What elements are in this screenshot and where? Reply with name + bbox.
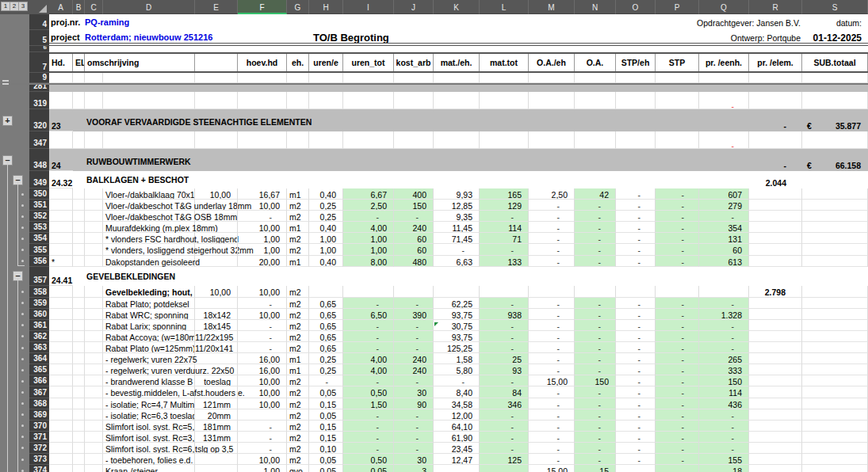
cell-L370[interactable]: - bbox=[480, 421, 529, 432]
cell-H372[interactable]: 0,10 bbox=[309, 443, 343, 454]
cell-F319[interactable] bbox=[238, 92, 287, 109]
cell-C9[interactable] bbox=[85, 73, 103, 83]
cell-D9[interactable] bbox=[103, 73, 195, 83]
cell-M370[interactable]: - bbox=[529, 421, 575, 432]
cell-S359[interactable] bbox=[802, 298, 868, 309]
row-header-374[interactable]: 374 bbox=[29, 465, 49, 472]
cell-J361[interactable]: - bbox=[394, 320, 434, 331]
cell-Q369[interactable]: - bbox=[699, 409, 749, 421]
cell-B362[interactable] bbox=[73, 331, 85, 342]
cell-B365[interactable] bbox=[73, 364, 85, 375]
row-header-360[interactable]: 360 bbox=[29, 309, 49, 320]
cell-S363[interactable] bbox=[802, 342, 868, 353]
cell-P360[interactable]: - bbox=[656, 309, 699, 320]
cell-G362[interactable]: m2 bbox=[287, 331, 309, 342]
cell-F352[interactable]: - bbox=[238, 211, 287, 222]
cell-F365[interactable]: 16,00 bbox=[238, 364, 287, 375]
cell-N368[interactable]: - bbox=[575, 398, 616, 409]
cell-H351[interactable]: 0,25 bbox=[309, 200, 343, 211]
cell-N366[interactable]: 150 bbox=[575, 375, 616, 386]
cell-B367[interactable] bbox=[73, 386, 85, 398]
cell-R362[interactable] bbox=[749, 331, 802, 342]
cell-S365[interactable] bbox=[802, 364, 868, 375]
collapse-group-button[interactable]: – bbox=[2, 155, 13, 166]
cell-E367[interactable] bbox=[195, 386, 238, 398]
cell-G354[interactable]: m2 bbox=[287, 233, 309, 244]
header-cell-k[interactable]: mat./eh. bbox=[434, 52, 480, 73]
cell-I373[interactable]: 0,50 bbox=[343, 454, 394, 465]
cell-S364[interactable] bbox=[802, 353, 868, 364]
cell-K371[interactable]: 61,90 bbox=[434, 432, 480, 443]
cell-F358[interactable]: 10,00 bbox=[238, 286, 287, 298]
cell-L360[interactable]: 938 bbox=[480, 309, 529, 320]
col-header-L[interactable]: L bbox=[480, 0, 529, 14]
cell-A359[interactable] bbox=[49, 298, 73, 309]
cell-L369[interactable]: - bbox=[480, 409, 529, 421]
cell-H370[interactable]: 0,15 bbox=[309, 421, 343, 432]
cell-I9[interactable] bbox=[343, 73, 394, 83]
cell-I368[interactable]: 1,50 bbox=[343, 398, 394, 409]
cell-A351[interactable] bbox=[49, 200, 73, 211]
header-cell-o[interactable]: STP/eh bbox=[616, 52, 656, 73]
cell-J350[interactable]: 400 bbox=[394, 188, 434, 200]
cell-Q354[interactable]: 131 bbox=[699, 233, 749, 244]
cell-P370[interactable]: - bbox=[656, 421, 699, 432]
row-header-320[interactable]: 320 bbox=[29, 109, 49, 131]
cell-G373[interactable]: m2 bbox=[287, 454, 309, 465]
cell-B9[interactable] bbox=[73, 73, 85, 83]
cell-E358[interactable]: 10,00 bbox=[195, 286, 238, 298]
cell-D369[interactable]: - isolatie; Rc=6,3 toeslag bbox=[103, 409, 195, 421]
row-header-372[interactable]: 372 bbox=[29, 443, 49, 454]
cell-H347[interactable] bbox=[309, 131, 343, 149]
cell-D365[interactable]: - regelwerk; vuren verduurz. 22x50 bbox=[103, 364, 195, 375]
cell-N367[interactable]: - bbox=[575, 386, 616, 398]
cell-I367[interactable]: 0,50 bbox=[343, 386, 394, 398]
cell-B354[interactable] bbox=[73, 233, 85, 244]
row-header-5[interactable]: 5 bbox=[29, 30, 49, 46]
cell-G360[interactable]: m2 bbox=[287, 309, 309, 320]
projnr-value[interactable]: PQ-raming bbox=[85, 17, 129, 27]
cell-K362[interactable]: 93,75 bbox=[434, 331, 480, 342]
cell-B373[interactable] bbox=[73, 454, 85, 465]
cell-O353[interactable]: - bbox=[616, 222, 656, 233]
cell-J370[interactable]: - bbox=[394, 421, 434, 432]
cell-J353[interactable]: 240 bbox=[394, 222, 434, 233]
header-cell-g[interactable]: eh. bbox=[287, 52, 309, 73]
cell-K359[interactable]: 62,25 bbox=[434, 298, 480, 309]
cell-G365[interactable]: m1 bbox=[287, 364, 309, 375]
cell-P367[interactable]: - bbox=[656, 386, 699, 398]
cell-I372[interactable]: - bbox=[343, 443, 394, 454]
cell-C360[interactable] bbox=[85, 309, 103, 320]
cell-C352[interactable] bbox=[85, 211, 103, 222]
col-header-F[interactable]: F bbox=[238, 0, 287, 14]
cell-S358[interactable] bbox=[802, 286, 868, 298]
cell-E362[interactable]: 11/22x195 bbox=[195, 331, 238, 342]
cell-N353[interactable]: - bbox=[575, 222, 616, 233]
cell-E368[interactable]: 121mm bbox=[195, 398, 238, 409]
cell-P319[interactable] bbox=[656, 92, 699, 109]
cell-S354[interactable] bbox=[802, 233, 868, 244]
cell-B356[interactable] bbox=[73, 256, 85, 267]
cell-E347[interactable] bbox=[195, 131, 238, 149]
cell-L355[interactable]: - bbox=[480, 244, 529, 255]
cell-A371[interactable] bbox=[49, 432, 73, 443]
expand-group-button[interactable]: + bbox=[2, 116, 13, 126]
cell-P361[interactable]: - bbox=[656, 320, 699, 331]
cell-Q361[interactable]: - bbox=[699, 320, 749, 331]
header-cell-s[interactable]: SUB.totaal bbox=[802, 52, 868, 73]
row-header-355[interactable]: 355 bbox=[29, 244, 49, 255]
col-header-O[interactable]: O bbox=[616, 0, 656, 14]
col-header-N[interactable]: N bbox=[575, 0, 616, 14]
cell-N347[interactable] bbox=[575, 131, 616, 149]
cell-C351[interactable] bbox=[85, 200, 103, 211]
cell-C365[interactable] bbox=[85, 364, 103, 375]
cell-Q9[interactable] bbox=[699, 73, 749, 83]
cell-L353[interactable]: 114 bbox=[480, 222, 529, 233]
cell-O360[interactable]: - bbox=[616, 309, 656, 320]
header-cell-f[interactable]: hoev.hd bbox=[238, 52, 287, 73]
cell-F350[interactable]: 16,67 bbox=[238, 188, 287, 200]
row-header-356[interactable]: 356 bbox=[29, 256, 49, 267]
row-header-281[interactable]: 281 bbox=[29, 83, 49, 92]
cell-R369[interactable] bbox=[749, 409, 802, 421]
cell-I365[interactable]: 4,00 bbox=[343, 364, 394, 375]
